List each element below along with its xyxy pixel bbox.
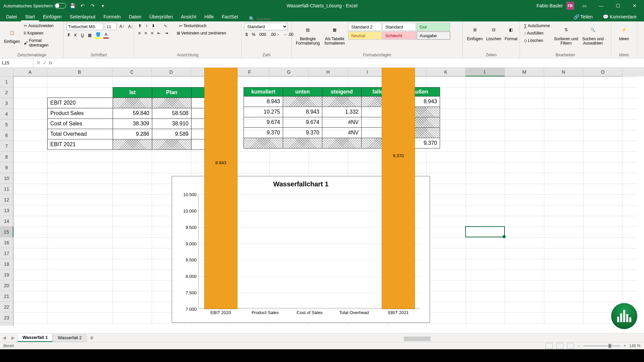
align-middle-icon[interactable]: ↕ (144, 23, 149, 29)
tab-datei[interactable]: Datei (2, 12, 21, 21)
column-header[interactable]: K (426, 68, 466, 76)
outdent-icon[interactable]: ⇤ (156, 30, 162, 36)
tab-daten[interactable]: Daten (125, 12, 145, 21)
column-header[interactable]: A (13, 68, 47, 76)
tab-ansicht[interactable]: Ansicht (177, 12, 200, 21)
column-header[interactable]: N (544, 68, 583, 76)
number-format-select[interactable]: Standard (244, 23, 288, 30)
share-button[interactable]: 🔗 Teilen (570, 12, 597, 21)
user-avatar[interactable]: FB (566, 2, 574, 10)
zoom-in-icon[interactable]: + (624, 344, 626, 348)
row-headers[interactable]: 123456789101112131415161718192021222324 (0, 76, 13, 326)
close-icon[interactable]: ✕ (628, 1, 641, 11)
name-box[interactable]: L15 (0, 58, 34, 67)
row-header[interactable]: 10 (0, 173, 13, 184)
fill-color-icon[interactable]: 🪣 (94, 32, 102, 39)
find-select-button[interactable]: 🔍Suchen und Auswählen (581, 23, 605, 47)
clear-button[interactable]: ◇ Löschen (523, 38, 551, 44)
format-painter-button[interactable]: 🖌Format übertragen (22, 38, 61, 48)
tab-hilfe[interactable]: Hilfe (200, 12, 218, 21)
percent-icon[interactable]: % (251, 32, 257, 38)
column-header[interactable]: O (583, 68, 623, 76)
horizontal-scrollbar[interactable] (396, 336, 637, 342)
sheet-nav-prev-icon[interactable]: ◀ (0, 335, 9, 340)
copy-button[interactable]: ⎘Kopieren (22, 30, 61, 36)
autosave-toggle[interactable]: Automatisches Speichern (3, 3, 66, 8)
ribbon-options-icon[interactable]: ▭ (578, 1, 591, 11)
cut-button[interactable]: ✂Ausschneiden (22, 23, 61, 29)
thousands-icon[interactable]: 000 (258, 32, 267, 38)
column-header[interactable]: L (466, 68, 505, 76)
row-header[interactable]: 17 (0, 248, 13, 259)
row-header[interactable]: 16 (0, 237, 13, 248)
column-header[interactable]: B (47, 68, 112, 76)
insert-cells-button[interactable]: ⊞Einfügen (466, 23, 484, 43)
zoom-slider[interactable] (583, 345, 620, 347)
redo-icon[interactable]: ↷ (89, 2, 96, 9)
maximize-icon[interactable]: ☐ (611, 1, 625, 11)
view-pagelayout-icon[interactable] (556, 343, 564, 349)
currency-icon[interactable]: $ (244, 32, 249, 38)
row-header[interactable]: 24 (0, 323, 13, 326)
format-cells-button[interactable]: ◧Format (503, 23, 519, 43)
delete-cells-button[interactable]: ⊟Löschen (485, 23, 502, 43)
undo-icon[interactable]: ↶ (79, 2, 86, 9)
column-headers[interactable]: ABCDEFGHIJKLMNO (13, 68, 644, 76)
tab-seitenlayout[interactable]: Seitenlayout (66, 12, 100, 21)
cell-style-neutral[interactable]: Neutral (348, 32, 382, 40)
sheet-nav-next-icon[interactable]: ▶ (9, 335, 17, 340)
row-header[interactable]: 20 (0, 280, 13, 291)
zoom-level[interactable]: 145 % (629, 344, 641, 348)
row-header[interactable]: 5 (0, 119, 13, 130)
select-all-corner[interactable] (0, 68, 13, 76)
align-bottom-icon[interactable]: ⬇ (150, 23, 156, 29)
sheet-tab-active[interactable]: Wasserfall 1 (17, 334, 53, 342)
underline-button[interactable]: U (79, 32, 85, 38)
bold-button[interactable]: F (66, 32, 71, 38)
column-header[interactable]: D (152, 68, 191, 76)
row-header[interactable]: 18 (0, 259, 13, 269)
fx-icon[interactable]: fx (49, 60, 55, 65)
cell-style-ausgabe[interactable]: Ausgabe (417, 32, 450, 40)
conditional-formatting-button[interactable]: ▤ Bedingte Formatierung (294, 23, 321, 47)
data-table-1[interactable]: IstPlanDeltaEBIT 20208.943Product Sales5… (47, 87, 231, 150)
row-header[interactable]: 15 (0, 227, 13, 237)
save-icon[interactable]: 💾 (69, 2, 76, 9)
cell-style-gut[interactable]: Gut (417, 23, 450, 31)
comments-button[interactable]: 💬 Kommentare (599, 12, 641, 21)
indent-icon[interactable]: ⇥ (163, 30, 169, 36)
spreadsheet-grid[interactable]: ABCDEFGHIJKLMNO 123456789101112131415161… (0, 68, 644, 326)
column-header[interactable]: M (505, 68, 544, 76)
row-header[interactable]: 2 (0, 87, 13, 98)
row-header[interactable]: 22 (0, 302, 13, 312)
tab-start[interactable]: Start (21, 12, 39, 21)
orientation-icon[interactable]: ⤡ (162, 23, 168, 29)
grow-font-icon[interactable]: A↑ (118, 23, 125, 29)
row-header[interactable]: 21 (0, 291, 13, 302)
paste-button[interactable]: 📋 Einfügen (3, 23, 21, 48)
align-top-icon[interactable]: ⬆ (137, 23, 143, 29)
tab-formeln[interactable]: Formeln (100, 12, 125, 21)
tell-me-search[interactable]: 🔍 (249, 16, 283, 21)
row-header[interactable]: 3 (0, 98, 13, 109)
cell-style-standard2[interactable]: Standard 2 (348, 23, 382, 31)
row-header[interactable]: 11 (0, 184, 13, 194)
cell-style-standard[interactable]: Standard (382, 23, 416, 31)
row-header[interactable]: 9 (0, 162, 13, 173)
row-header[interactable]: 14 (0, 216, 13, 227)
zoom-out-icon[interactable]: − (578, 344, 580, 348)
borders-icon[interactable]: ▦ (87, 32, 93, 38)
font-size-input[interactable] (105, 23, 117, 30)
row-header[interactable]: 12 (0, 194, 13, 205)
accept-formula-icon[interactable]: ✓ (43, 60, 47, 66)
align-left-icon[interactable]: ≡ (137, 30, 142, 36)
fill-button[interactable]: ↓ Ausfüllen (523, 30, 551, 36)
view-normal-icon[interactable] (545, 343, 553, 349)
tab-einfuegen[interactable]: Einfügen (39, 12, 65, 21)
sheet-tab-other[interactable]: Wasserfall 2 (53, 334, 87, 342)
waterfall-chart[interactable]: Wasserfallchart 1 7.0007.5008.0008.5009.… (172, 176, 430, 323)
qat-customize-icon[interactable]: ▾ (99, 2, 106, 9)
minimize-icon[interactable]: — (594, 1, 608, 11)
autosum-button[interactable]: ∑ AutoSumme (523, 23, 551, 29)
tab-ueberpruefen[interactable]: Überprüfen (145, 12, 177, 21)
